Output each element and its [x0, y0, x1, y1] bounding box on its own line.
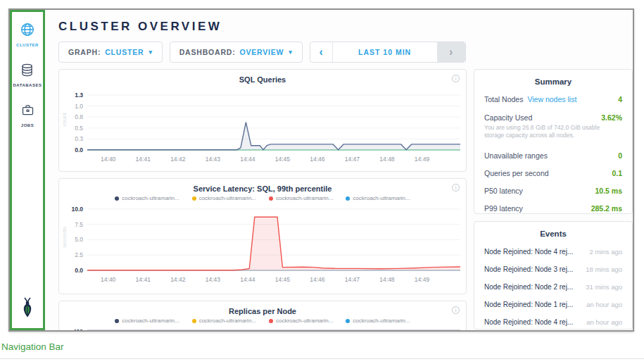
legend-dot-icon [269, 196, 273, 201]
chart-title: Replicas per Node [59, 307, 466, 315]
svg-text:0.8: 0.8 [75, 113, 83, 120]
svg-text:1.3: 1.3 [75, 92, 83, 99]
service-latency-chart: 0.02.55.07.510.014:4014:4114:4214:4314:4… [59, 201, 466, 287]
toolbar: GRAPH: CLUSTER ▾ DASHBOARD: OVERVIEW ▾ ‹… [58, 42, 633, 63]
event-row[interactable]: Node Rejoined: Node 3 rej... 18 mins ago [484, 265, 622, 273]
unavailable-ranges-label: Unavailable ranges [484, 151, 548, 160]
summary-row-unavailable: Unavailable ranges 0 [484, 151, 622, 160]
cockroach-logo[interactable] [18, 297, 37, 321]
svg-text:1.0: 1.0 [75, 103, 83, 110]
event-row[interactable]: Node Rejoined: Node 4 rej... an hour ago [484, 318, 622, 326]
sidebar-item-databases[interactable]: DATABASES [13, 63, 42, 87]
legend-label: cockroach-ultramarin... [276, 195, 333, 201]
jobs-briefcase-icon [20, 103, 35, 120]
view-nodes-list-link[interactable]: View nodes list [527, 95, 576, 103]
graph-dropdown[interactable]: GRAPH: CLUSTER ▾ [58, 42, 163, 63]
time-prev-button[interactable]: ‹ [310, 42, 333, 62]
event-label: Node Rejoined: Node 4 rej... [484, 248, 573, 256]
summary-title: Summary [484, 77, 622, 86]
svg-text:0.0: 0.0 [75, 267, 83, 274]
chart-legend: cockroach-ultramarin...cockroach-ultrama… [59, 318, 466, 324]
legend-item[interactable]: cockroach-ultramarin... [192, 195, 256, 201]
svg-text:14:45: 14:45 [275, 276, 291, 283]
time-window-selector: ‹ LAST 10 MIN › [310, 42, 466, 63]
sidebar-item-label: DATABASES [13, 83, 42, 87]
capacity-used-value: 3.62% [601, 113, 622, 122]
event-label: Node Rejoined: Node 1 rej... [484, 301, 573, 308]
svg-text:5.0: 5.0 [75, 236, 83, 243]
svg-text:14:40: 14:40 [101, 276, 116, 283]
summary-panel: Summary Total Nodes View nodes list 4 Ca… [474, 69, 633, 214]
legend-label: cockroach-ultramarin... [353, 318, 410, 324]
info-icon[interactable]: i [452, 75, 460, 82]
capacity-used-label: Capacity Used [484, 113, 532, 122]
events-title: Events [484, 230, 622, 238]
sql-queries-chart-card: SQL Queries i 0.00.30.50.81.01.314:4014:… [58, 69, 467, 172]
svg-text:0.5: 0.5 [75, 125, 83, 132]
charts-column: SQL Queries i 0.00.30.50.81.01.314:4014:… [58, 69, 467, 332]
summary-row-p50: P50 latency 10.5 ms [484, 187, 622, 195]
legend-item[interactable]: cockroach-ultramarin... [346, 318, 410, 324]
graph-dropdown-label: GRAPH: [68, 48, 101, 56]
replicas-per-node-chart-card: Replicas per Node i cockroach-ultramarin… [58, 301, 467, 332]
event-time: 31 mins ago [586, 283, 622, 291]
event-label: Node Rejoined: Node 2 rej... [484, 283, 573, 291]
legend-item[interactable]: cockroach-ultramarin... [269, 195, 333, 201]
event-row[interactable]: Node Rejoined: Node 2 rej... 31 mins ago [484, 283, 622, 291]
sidebar-item-jobs[interactable]: JOBS [20, 103, 35, 127]
sidebar-item-cluster[interactable]: CLUSTER [16, 22, 39, 47]
sidebar-item-label: JOBS [21, 123, 34, 127]
dashboard-dropdown-value: OVERVIEW [239, 48, 284, 56]
svg-text:14:43: 14:43 [206, 156, 221, 163]
p50-latency-label: P50 latency [484, 187, 523, 195]
event-time: an hour ago [586, 301, 622, 308]
info-icon[interactable]: i [452, 184, 460, 192]
legend-dot-icon [115, 319, 119, 323]
legend-item[interactable]: cockroach-ultramarin... [115, 195, 179, 201]
svg-text:seconds: seconds [61, 227, 68, 248]
chevron-down-icon: ▾ [289, 49, 292, 56]
time-next-button[interactable]: › [437, 42, 465, 62]
chart-title: SQL Queries [59, 75, 466, 84]
event-label: Node Rejoined: Node 3 rej... [484, 265, 573, 273]
legend-label: cockroach-ultramarin... [122, 318, 179, 324]
app-window: CLUSTER DATABASES JOBS [8, 8, 634, 332]
event-time: 18 mins ago [586, 265, 622, 273]
svg-text:14:41: 14:41 [136, 276, 151, 283]
time-window-label[interactable]: LAST 10 MIN [333, 42, 437, 62]
event-row[interactable]: Node Rejoined: Node 4 rej... 2 mins ago [484, 248, 622, 256]
svg-text:14:45: 14:45 [275, 156, 291, 163]
p50-latency-value: 10.5 ms [595, 187, 622, 195]
event-row[interactable]: Node Rejoined: Node 1 rej... an hour ago [484, 301, 622, 308]
legend-dot-icon [269, 319, 273, 323]
svg-text:14:48: 14:48 [379, 276, 395, 283]
legend-dot-icon [115, 196, 119, 201]
svg-text:14:49: 14:49 [415, 156, 430, 163]
svg-text:10.0: 10.0 [71, 206, 83, 213]
svg-text:14:41: 14:41 [136, 156, 151, 163]
svg-text:14:47: 14:47 [345, 276, 360, 283]
p99-latency-value: 285.2 ms [591, 204, 622, 213]
legend-item[interactable]: cockroach-ultramarin... [192, 318, 256, 324]
replicas-per-node-chart: 400 [59, 324, 466, 332]
dashboard-dropdown[interactable]: DASHBOARD: OVERVIEW ▾ [170, 42, 303, 63]
svg-text:0.0: 0.0 [75, 146, 83, 153]
chart-legend: cockroach-ultramarin...cockroach-ultrama… [59, 195, 466, 201]
legend-label: cockroach-ultramarin... [199, 195, 256, 201]
legend-item[interactable]: cockroach-ultramarin... [269, 318, 333, 324]
summary-row-qps: Queries per second 0.1 [484, 169, 622, 177]
event-time: an hour ago [586, 318, 622, 326]
info-icon[interactable]: i [452, 306, 460, 314]
right-column: Summary Total Nodes View nodes list 4 Ca… [474, 69, 633, 332]
svg-text:14:42: 14:42 [170, 276, 186, 283]
navigation-bar: CLUSTER DATABASES JOBS [10, 10, 45, 330]
svg-text:14:44: 14:44 [240, 156, 255, 163]
svg-text:count: count [61, 112, 68, 126]
legend-item[interactable]: cockroach-ultramarin... [115, 318, 179, 324]
chevron-down-icon: ▾ [149, 49, 152, 56]
legend-dot-icon [346, 319, 350, 323]
queries-per-second-value: 0.1 [612, 169, 622, 177]
legend-label: cockroach-ultramarin... [199, 318, 256, 324]
svg-text:14:48: 14:48 [379, 156, 395, 163]
legend-item[interactable]: cockroach-ultramarin... [346, 195, 410, 201]
